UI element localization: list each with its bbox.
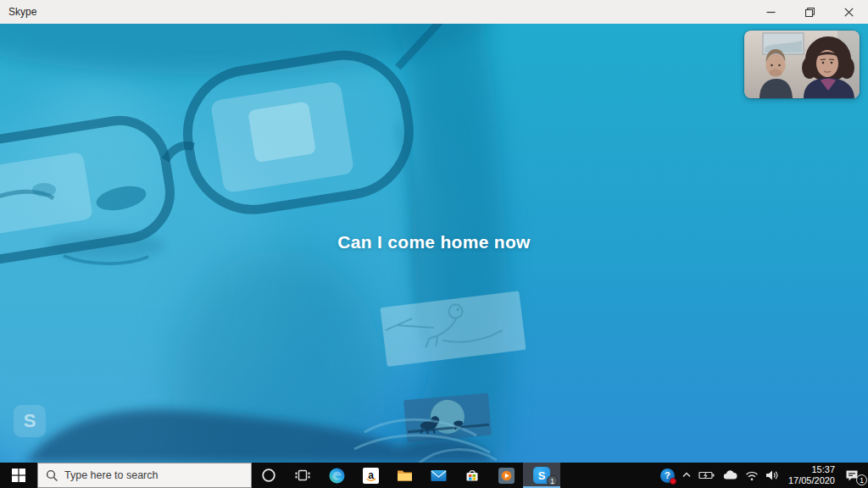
action-center-button[interactable]: 1: [841, 463, 868, 488]
woman-figure: [802, 36, 854, 98]
clock-date: 17/05/2020: [788, 475, 835, 486]
battery-tray-button[interactable]: [695, 463, 719, 488]
cortana-icon: [261, 468, 276, 483]
clock-time: 15:37: [811, 464, 835, 475]
start-button[interactable]: [0, 463, 37, 488]
search-icon: [46, 469, 58, 482]
onedrive-icon: [722, 470, 738, 480]
movies-tv-icon: [498, 468, 515, 484]
minimize-button[interactable]: [751, 0, 790, 24]
taskbar-clock[interactable]: 15:37 17/05/2020: [782, 463, 841, 488]
taskbar-search[interactable]: [37, 463, 252, 488]
mail-icon: [431, 469, 447, 482]
tray-expand-button[interactable]: [678, 463, 695, 488]
action-center-badge: 1: [856, 474, 867, 485]
start-icon: [12, 469, 25, 482]
wifi-tray-button[interactable]: [742, 463, 762, 488]
task-view-icon: [295, 468, 310, 483]
help-icon: ?: [660, 469, 675, 483]
edge-button[interactable]: [320, 463, 353, 488]
alert-dot: [670, 478, 676, 485]
minimize-icon: [766, 8, 776, 17]
cortana-button[interactable]: [252, 463, 286, 488]
wall-picture: [763, 33, 804, 54]
window-title: Skype: [8, 6, 36, 18]
edge-icon: [329, 468, 345, 484]
self-video-scene: [744, 30, 860, 98]
store-button[interactable]: [455, 463, 489, 488]
task-view-button[interactable]: [286, 463, 320, 488]
restore-button[interactable]: [790, 0, 829, 24]
battery-icon: [698, 470, 715, 480]
amazon-button[interactable]: a: [353, 463, 387, 488]
skype-notification-badge: 1: [547, 475, 558, 486]
restore-icon: [805, 8, 815, 17]
skype-watermark: S: [14, 405, 46, 437]
window-controls: [751, 0, 868, 24]
search-input[interactable]: [64, 469, 243, 481]
volume-icon: [765, 469, 779, 481]
file-explorer-button[interactable]: [387, 463, 421, 488]
skype-window: Skype: [0, 0, 868, 488]
mail-button[interactable]: [421, 463, 455, 488]
call-caption: Can I come home now: [0, 232, 868, 252]
volume-tray-button[interactable]: [762, 463, 782, 488]
store-icon: [465, 468, 480, 483]
skype-taskbar-button[interactable]: S 1: [523, 463, 560, 488]
movies-tv-button[interactable]: [489, 463, 523, 488]
chevron-up-icon: [682, 470, 692, 480]
taskbar: a: [0, 463, 868, 488]
file-explorer-icon: [397, 469, 413, 482]
amazon-icon: a: [363, 468, 379, 484]
wifi-icon: [745, 470, 759, 481]
system-tray: ?: [657, 463, 868, 488]
close-button[interactable]: [829, 0, 868, 24]
close-icon: [844, 8, 854, 17]
onedrive-tray-button[interactable]: [719, 463, 742, 488]
help-tray-button[interactable]: ?: [657, 463, 678, 488]
title-bar: Skype: [0, 0, 868, 24]
self-video-preview[interactable]: [744, 30, 860, 98]
remote-video-stage[interactable]: Can I come home now S: [0, 24, 868, 463]
svg-text:a: a: [368, 469, 374, 480]
skype-watermark-letter: S: [24, 410, 36, 432]
